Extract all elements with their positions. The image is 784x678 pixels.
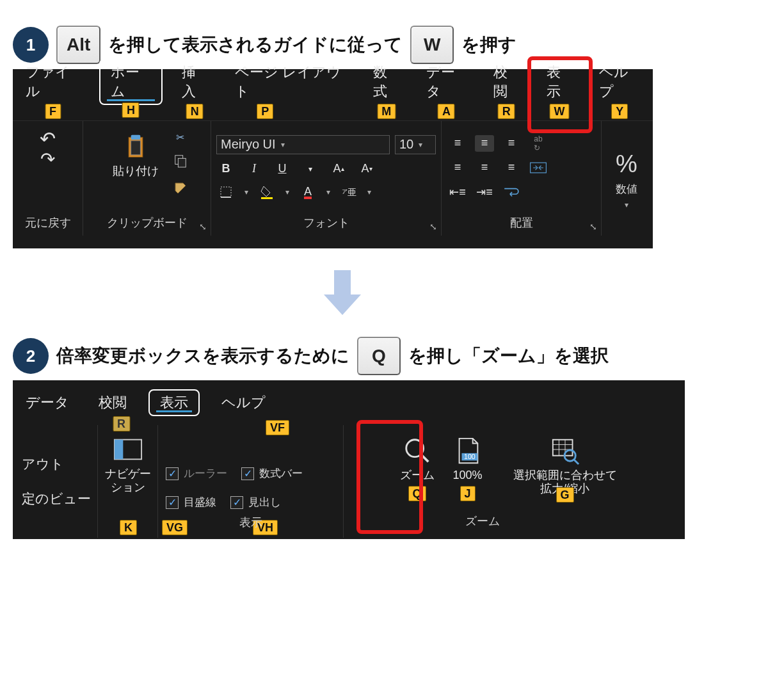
launcher-icon[interactable]: ⤡ <box>429 222 437 232</box>
keytip-r: R <box>498 104 515 119</box>
keytip-y: Y <box>611 104 628 119</box>
align-right-icon[interactable]: ≡ <box>502 159 521 176</box>
number-label: 数値 <box>616 182 637 197</box>
keytip-h: H <box>122 102 140 118</box>
tab-data-2[interactable]: データ <box>18 391 77 416</box>
group-number: % 数値 ▾ <box>602 121 652 236</box>
excel-ribbon-home: ファイルF ホームH 挿入N ページ レイアウトP 数式M データA 校閲R 表… <box>13 69 653 248</box>
align-bottom-icon[interactable]: ≡ <box>502 135 521 152</box>
step-1-text-b: を押す <box>461 33 516 57</box>
key-q: Q <box>357 337 401 375</box>
svg-rect-1 <box>131 135 140 140</box>
redo-icon[interactable]: ↷ <box>38 150 58 167</box>
zoom-100-label: 100% <box>452 469 482 482</box>
orientation-icon[interactable]: ab↻ <box>529 135 548 152</box>
svg-rect-4 <box>178 158 186 167</box>
group-clipboard: 貼り付け ✂ クリップボード⤡ <box>83 121 211 236</box>
wrap-text-icon[interactable] <box>502 184 521 200</box>
formulabar-checkbox[interactable]: ✓数式バー <box>241 466 303 481</box>
decrease-indent-icon[interactable]: ⇤≡ <box>448 184 467 200</box>
ruler-checkbox[interactable]: ✓ルーラー <box>166 466 227 481</box>
svg-rect-15 <box>552 440 572 456</box>
keytip-m: M <box>377 104 396 119</box>
headings-checkbox[interactable]: ✓見出し <box>230 495 281 510</box>
group-label-alignment: 配置⤡ <box>442 211 601 236</box>
clipboard-icon <box>120 131 151 162</box>
navigation-button[interactable]: ナビゲー ション <box>98 428 157 495</box>
left-stubs: アウト 定のビュー <box>13 425 98 538</box>
step-2-text-a: 倍率変更ボックスを表示するために <box>56 344 349 368</box>
group-show: ✓ルーラー ✓数式バー ✓目盛線 ✓見出し VF VG VH 表示 <box>158 425 344 538</box>
tab-row-2: データ 校閲R 表示 ヘルプ <box>13 380 685 416</box>
keytip-vf: VF <box>266 420 289 435</box>
tab-data[interactable]: データA <box>419 60 474 105</box>
font-name-dropdown[interactable]: Meiryo UI▾ <box>216 135 390 154</box>
phonetic-icon[interactable]: ア亜 <box>339 184 358 200</box>
launcher-icon[interactable]: ⤡ <box>589 222 597 232</box>
svg-text:100: 100 <box>464 453 476 460</box>
tab-formulas[interactable]: 数式M <box>365 60 407 105</box>
stub-view: 定のビュー <box>22 490 91 508</box>
gridlines-checkbox[interactable]: ✓目盛線 <box>166 495 216 510</box>
stub-layout: アウト <box>22 455 91 473</box>
align-middle-icon[interactable]: ≡ <box>475 135 494 152</box>
merge-icon[interactable] <box>529 159 548 176</box>
italic-button[interactable]: I <box>244 161 264 177</box>
font-size-dropdown[interactable]: 10▾ <box>395 135 436 154</box>
group-navigation: ナビゲー ション K <box>98 425 158 538</box>
tab-file[interactable]: ファイルF <box>18 60 88 105</box>
zoom-selection-button[interactable]: 選択範囲に合わせて 拡大/縮小 G <box>495 432 636 496</box>
keytip-p: P <box>257 104 273 119</box>
caret-icon[interactable]: ▾ <box>301 161 320 177</box>
tab-home[interactable]: ホームH <box>99 59 163 105</box>
paste-label: 貼り付け <box>113 165 159 178</box>
underline-button[interactable]: U <box>273 161 292 177</box>
tab-review[interactable]: 校閲R <box>486 60 527 105</box>
tab-help[interactable]: ヘルプY <box>591 60 648 105</box>
svg-rect-10 <box>114 440 122 460</box>
svg-rect-7 <box>261 197 273 199</box>
arrow-down-icon <box>326 270 358 315</box>
svg-rect-2 <box>131 141 140 155</box>
fill-color-icon[interactable] <box>257 184 276 200</box>
decrease-font-icon[interactable]: A▾ <box>357 161 376 177</box>
format-painter-icon[interactable] <box>173 181 188 198</box>
tab-pagelayout[interactable]: ページ レイアウトP <box>227 60 355 105</box>
keytip-f: F <box>45 104 61 119</box>
increase-indent-icon[interactable]: ⇥≡ <box>475 184 494 200</box>
align-left-icon[interactable]: ≡ <box>448 159 467 176</box>
page-100-icon: 100 <box>452 435 483 466</box>
increase-font-icon[interactable]: A▴ <box>329 161 348 177</box>
launcher-icon[interactable]: ⤡ <box>199 222 207 232</box>
group-label-undo: 元に戻す <box>13 211 83 236</box>
tab-view-2[interactable]: 表示 <box>148 389 200 416</box>
zoom-100-button[interactable]: 100 100% J <box>446 432 490 483</box>
step-1-badge: 1 <box>13 27 49 63</box>
tab-review-2[interactable]: 校閲R <box>91 391 134 416</box>
tab-insert[interactable]: 挿入N <box>174 60 216 105</box>
group-alignment: ≡ ≡ ≡ ab↻ ≡ ≡ ≡ ⇤≡ ⇥≡ 配置⤡ <box>442 121 602 236</box>
align-center-icon[interactable]: ≡ <box>475 159 494 176</box>
grid-magnifier-icon <box>550 435 580 466</box>
borders-icon[interactable] <box>216 184 236 200</box>
copy-icon[interactable] <box>173 154 188 170</box>
group-label-clipboard: クリップボード⤡ <box>83 211 211 236</box>
key-alt: Alt <box>56 26 100 64</box>
step-2-header: 2 倍率変更ボックスを表示するために Q を押し「ズーム」を選択 <box>13 337 771 375</box>
bold-button[interactable]: B <box>216 161 236 177</box>
align-top-icon[interactable]: ≡ <box>448 135 467 152</box>
paste-button[interactable]: 貼り付け <box>106 127 165 179</box>
percent-icon[interactable]: % <box>616 150 637 178</box>
cut-icon[interactable]: ✂ <box>176 131 184 143</box>
font-color-icon[interactable]: A <box>298 184 317 200</box>
step-1-header: 1 Alt を押して表示されるガイドに従って W を押す <box>13 26 771 64</box>
keytip-n: N <box>186 104 204 119</box>
group-label-font: フォント⤡ <box>211 211 441 236</box>
undo-icon[interactable]: ↶ <box>38 130 58 147</box>
keytip-j: J <box>460 486 475 501</box>
svg-rect-5 <box>221 187 231 197</box>
group-undo: ↶ ↷ 元に戻す <box>13 121 83 236</box>
tab-help-2[interactable]: ヘルプ <box>214 391 273 416</box>
red-highlight-zoom <box>356 420 423 534</box>
keytip-k: K <box>120 520 137 535</box>
